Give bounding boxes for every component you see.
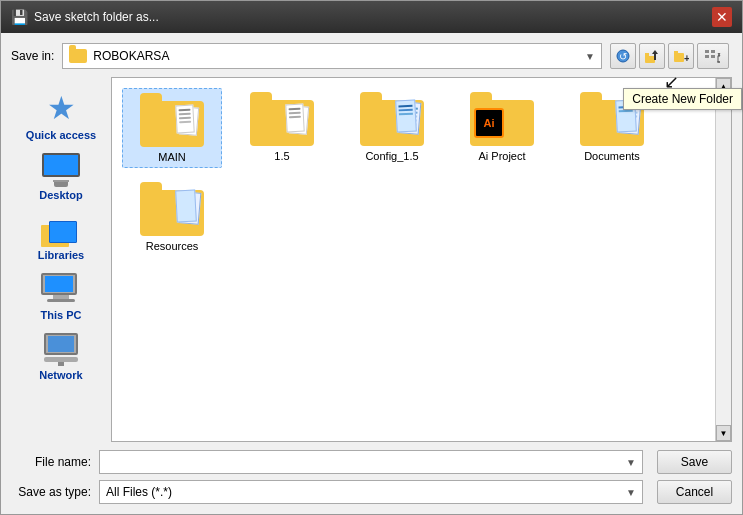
desktop-icon	[42, 153, 80, 187]
svg-rect-8	[711, 50, 715, 53]
title-bar-title: Save sketch folder as...	[34, 10, 159, 24]
new-folder-icon: +	[673, 48, 689, 64]
sidebar: ★ Quick access Desktop	[11, 77, 111, 442]
location-dropdown[interactable]: ROBOKARSA ▼	[62, 43, 602, 69]
file-name: MAIN	[158, 151, 186, 163]
filename-label: File name:	[11, 455, 91, 469]
list-item[interactable]: MAIN	[122, 88, 222, 168]
svg-rect-3	[645, 53, 649, 57]
sidebar-item-quick-access[interactable]: ★ Quick access	[21, 85, 101, 145]
sidebar-item-label-libraries: Libraries	[38, 249, 84, 261]
sidebar-item-libraries[interactable]: Libraries	[21, 209, 101, 265]
file-name: Resources	[146, 240, 199, 252]
svg-text:+: +	[684, 53, 689, 64]
save-in-label: Save in:	[11, 49, 54, 63]
tooltip: ↙ Create New Folder	[623, 88, 742, 110]
sidebar-item-label-desktop: Desktop	[39, 189, 82, 201]
list-item[interactable]: Ai Ai Project	[452, 88, 552, 168]
back-button[interactable]: ↺	[610, 43, 636, 69]
network-icon	[41, 333, 81, 367]
folder-icon-small	[69, 49, 87, 63]
file-area-container: MAIN	[111, 77, 732, 442]
folder-icon	[250, 92, 314, 146]
title-bar-icon: 💾	[11, 9, 28, 25]
svg-rect-10	[711, 55, 715, 58]
file-area: MAIN	[112, 78, 715, 441]
ai-badge: Ai	[474, 108, 504, 138]
tooltip-arrow-icon: ↙	[664, 71, 679, 93]
list-item[interactable]: 1.5	[232, 88, 332, 168]
filetype-dropdown-arrow: ▼	[626, 487, 636, 498]
folder-icon	[140, 93, 204, 147]
back-icon: ↺	[616, 49, 630, 63]
svg-text:↺: ↺	[619, 51, 627, 62]
up-icon	[644, 48, 660, 64]
location-dropdown-text: ROBOKARSA	[69, 49, 169, 63]
file-name: Ai Project	[478, 150, 525, 162]
up-button[interactable]	[639, 43, 665, 69]
action-buttons: Save	[657, 450, 732, 474]
libraries-icon	[41, 213, 81, 247]
svg-rect-9	[705, 55, 709, 58]
filename-input[interactable]	[106, 455, 626, 469]
location-dropdown-arrow: ▼	[585, 51, 595, 62]
svg-rect-4	[674, 53, 684, 62]
folder-icon: Ai	[470, 92, 534, 146]
filetype-value: All Files (*.*)	[106, 485, 172, 499]
title-bar: 💾 Save sketch folder as... ✕	[1, 1, 742, 33]
cancel-button-container: Cancel	[657, 480, 732, 504]
list-item[interactable]: Resources	[122, 178, 222, 256]
file-name: Documents	[584, 150, 640, 162]
close-button[interactable]: ✕	[712, 7, 732, 27]
filetype-select[interactable]: All Files (*.*) ▼	[99, 480, 643, 504]
toolbar-buttons: ↺ +	[610, 43, 732, 69]
folder-icon	[140, 182, 204, 236]
new-folder-button[interactable]: +	[668, 43, 694, 69]
sidebar-item-network[interactable]: Network	[21, 329, 101, 385]
dialog-window: 💾 Save sketch folder as... ✕ Save in: RO…	[0, 0, 743, 515]
file-name: 1.5	[274, 150, 289, 162]
sidebar-item-desktop[interactable]: Desktop	[21, 149, 101, 205]
tooltip-text: Create New Folder	[632, 92, 733, 106]
svg-rect-2	[645, 56, 655, 63]
sidebar-item-label-quick-access: Quick access	[26, 129, 96, 141]
views-icon	[704, 49, 722, 63]
scroll-down-button[interactable]: ▼	[716, 425, 731, 441]
list-item[interactable]: Config_1.5	[342, 88, 442, 168]
svg-rect-5	[674, 51, 678, 54]
quick-access-icon: ★	[47, 89, 76, 127]
cancel-button[interactable]: Cancel	[657, 480, 732, 504]
pc-icon	[41, 273, 81, 307]
file-name: Config_1.5	[365, 150, 418, 162]
title-bar-left: 💾 Save sketch folder as...	[11, 9, 159, 25]
filename-dropdown-arrow: ▼	[626, 457, 636, 468]
filename-input-container: ▼	[99, 450, 643, 474]
views-button[interactable]	[697, 43, 729, 69]
sidebar-item-this-pc[interactable]: This PC	[21, 269, 101, 325]
sidebar-item-label-network: Network	[39, 369, 82, 381]
scroll-track	[716, 94, 731, 425]
dialog-body: Save in: ROBOKARSA ▼ ↺	[1, 33, 742, 514]
main-area: ★ Quick access Desktop	[11, 77, 732, 442]
sidebar-item-label-this-pc: This PC	[41, 309, 82, 321]
save-button[interactable]: Save	[657, 450, 732, 474]
filetype-row: Save as type: All Files (*.*) ▼ Cancel	[11, 480, 732, 504]
toolbar-row: Save in: ROBOKARSA ▼ ↺	[11, 43, 732, 69]
svg-rect-7	[705, 50, 709, 53]
bottom-area: File name: ▼ Save Save as type: All File…	[11, 450, 732, 504]
filetype-label: Save as type:	[11, 485, 91, 499]
scrollbar[interactable]: ▲ ▼	[715, 78, 731, 441]
folder-icon	[360, 92, 424, 146]
filename-row: File name: ▼ Save	[11, 450, 732, 474]
location-text: ROBOKARSA	[93, 49, 169, 63]
